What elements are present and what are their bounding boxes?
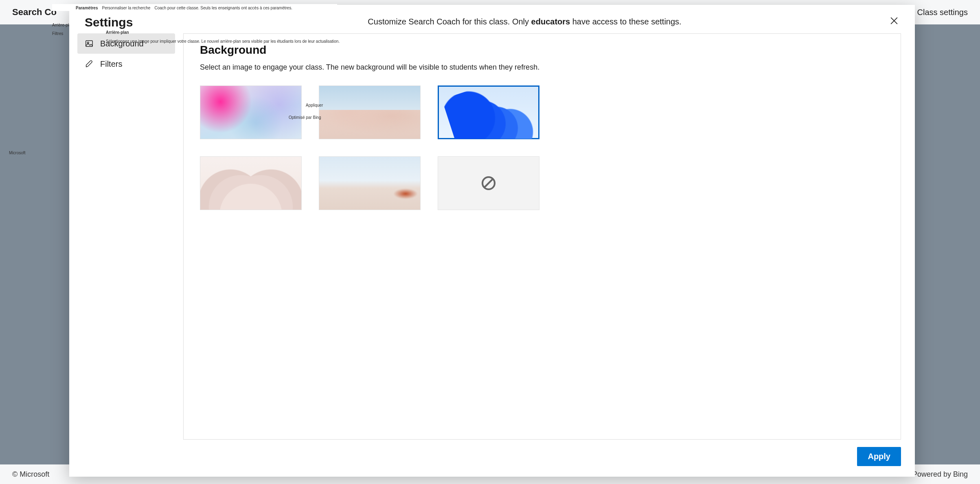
nav-item-background[interactable]: Background bbox=[77, 33, 175, 54]
background-option-4[interactable] bbox=[200, 156, 302, 210]
fr-mini-title: Paramètres bbox=[76, 6, 98, 10]
footer-copyright: © Microsoft bbox=[12, 470, 49, 479]
fr-content-desc-overlay: Sélectionnez une image pour impliquer vo… bbox=[106, 39, 899, 44]
close-icon bbox=[890, 17, 898, 24]
modal-footer: Apply bbox=[69, 440, 915, 477]
background-thumb-grid bbox=[200, 85, 884, 210]
settings-modal: Settings Customize Search Coach for this… bbox=[69, 5, 915, 477]
modal-body: Background Filters Background Select an … bbox=[69, 33, 915, 440]
fr-content-title: Arrière-plan bbox=[106, 30, 129, 35]
background-option-2[interactable] bbox=[319, 85, 421, 139]
fr-powered-label: Optimisé par Bing bbox=[289, 115, 321, 120]
nav-item-filters[interactable]: Filters bbox=[77, 54, 175, 74]
apply-button[interactable]: Apply bbox=[857, 447, 901, 466]
section-title: Background bbox=[200, 44, 884, 57]
none-icon bbox=[480, 175, 497, 191]
background-option-3[interactable] bbox=[438, 85, 539, 139]
fr-mini-sub-right: Coach pour cette classe. Seuls les ensei… bbox=[154, 6, 292, 10]
content-scroll[interactable]: Background Select an image to engage you… bbox=[184, 34, 901, 439]
modal-side-nav: Background Filters bbox=[69, 33, 183, 440]
modal-title: Settings bbox=[85, 15, 138, 29]
fr-content-overlay: Arrière-plan bbox=[106, 30, 129, 35]
svg-line-5 bbox=[485, 179, 493, 187]
modal-subtitle: Customize Search Coach for this class. O… bbox=[150, 15, 899, 26]
modal-subtitle-pre: Customize Search Coach for this class. O… bbox=[368, 17, 531, 26]
footer-powered-by: Powered by Bing bbox=[912, 470, 968, 479]
fr-apply-label: Appliquer bbox=[306, 103, 323, 107]
background-option-1[interactable] bbox=[200, 85, 302, 139]
fr-ms-label: Microsoft bbox=[9, 151, 26, 155]
fr-mini-modal: Paramètres Personnaliser la recherche Co… bbox=[52, 4, 337, 11]
fr-mini-sub-left: Personnaliser la recherche bbox=[102, 6, 150, 10]
svg-rect-2 bbox=[86, 41, 93, 47]
close-button[interactable] bbox=[887, 14, 901, 28]
background-option-none[interactable] bbox=[438, 156, 539, 210]
class-settings-link[interactable]: Class settings bbox=[917, 8, 968, 17]
nav-label-filters: Filters bbox=[100, 59, 122, 69]
section-desc: Select an image to engage your class. Th… bbox=[200, 63, 884, 72]
image-icon bbox=[85, 39, 94, 48]
fr-content-desc: Sélectionnez une image pour impliquer vo… bbox=[106, 39, 899, 44]
modal-subtitle-bold: educators bbox=[531, 17, 570, 26]
content-panel: Background Select an image to engage you… bbox=[183, 33, 901, 440]
backdrop-app-title: Search Co bbox=[12, 7, 57, 18]
pencil-icon bbox=[85, 59, 94, 68]
background-option-5[interactable] bbox=[319, 156, 421, 210]
modal-subtitle-post: have access to these settings. bbox=[570, 17, 682, 26]
